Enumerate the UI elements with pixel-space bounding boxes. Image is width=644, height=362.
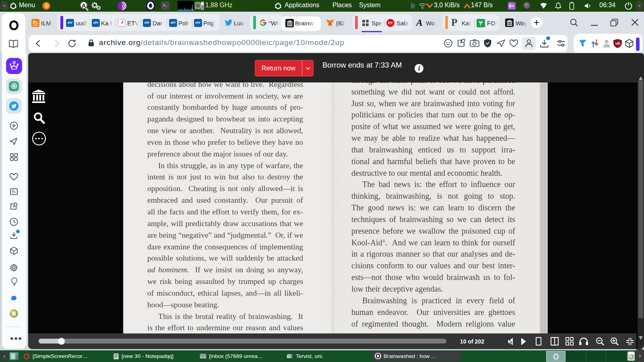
svg-text:ilm: ilm xyxy=(34,22,37,25)
svg-text:A: A xyxy=(82,2,86,9)
svg-text:U0: U0 xyxy=(615,41,620,45)
